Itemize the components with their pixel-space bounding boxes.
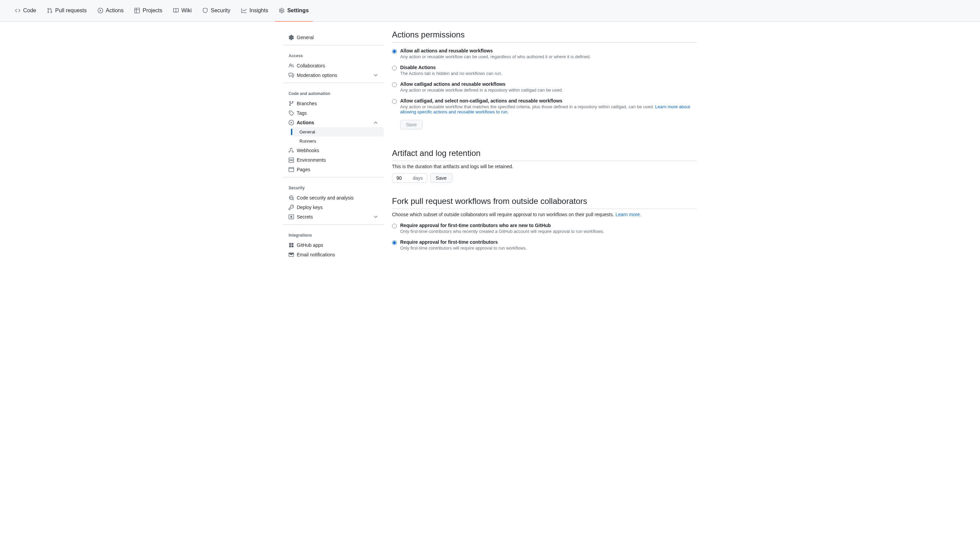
sidebar-item-label: Pages	[297, 167, 310, 172]
sidebar-item-general[interactable]: General	[283, 33, 384, 42]
server-icon	[288, 157, 294, 163]
sidebar-heading-access: Access	[283, 51, 384, 61]
tab-label: Projects	[143, 8, 162, 14]
sidebar-item-label: Branches	[297, 101, 317, 106]
graph-icon	[241, 8, 247, 13]
fork-radio-group: Require approval for first-time contribu…	[392, 223, 697, 250]
retention-desc: This is the duration that artifacts and …	[392, 164, 697, 169]
people-icon	[288, 63, 294, 69]
save-button[interactable]: Save	[400, 120, 423, 129]
section-title-retention: Artifact and log retention	[392, 148, 697, 161]
sidebar-item-label: Collaborators	[297, 63, 325, 69]
mail-icon	[288, 252, 294, 257]
radio-allow-select[interactable]	[392, 99, 397, 104]
sidebar-item-branches[interactable]: Branches	[283, 99, 384, 108]
radio-fork-first-time[interactable]	[392, 240, 397, 245]
sidebar-item-label: Actions	[297, 120, 314, 125]
table-icon	[134, 8, 140, 13]
fork-desc-text: Choose which subset of outside collabora…	[392, 212, 616, 217]
sidebar-item-environments[interactable]: Environments	[283, 155, 384, 165]
radio-desc: Only first-time contributors who recentl…	[400, 229, 605, 234]
retention-save-button[interactable]: Save	[430, 173, 453, 183]
section-title-permissions: Actions permissions	[392, 30, 697, 43]
sidebar-item-github-apps[interactable]: GitHub apps	[283, 240, 384, 250]
sidebar-item-label: General	[299, 129, 315, 134]
codescan-icon	[288, 195, 294, 201]
tab-pulls[interactable]: Pull requests	[43, 0, 91, 22]
apps-icon	[288, 242, 294, 248]
radio-allow-org[interactable]	[392, 82, 397, 87]
sidebar-item-code-security[interactable]: Code security and analysis	[283, 193, 384, 202]
tab-label: Wiki	[181, 8, 192, 14]
radio-desc: Any action or reusable workflow that mat…	[400, 104, 697, 115]
fork-desc: Choose which subset of outside collabora…	[392, 212, 697, 217]
permissions-radio-group: Allow all actions and reusable workflows…	[392, 48, 697, 129]
sidebar-item-webhooks[interactable]: Webhooks	[283, 146, 384, 155]
shield-icon	[202, 8, 208, 13]
repo-nav: Code Pull requests Actions Projects Wiki…	[0, 0, 980, 22]
sidebar-item-collaborators[interactable]: Collaborators	[283, 61, 384, 70]
sidebar-item-pages[interactable]: Pages	[283, 165, 384, 174]
chevron-down-icon	[373, 214, 379, 220]
radio-desc-text: Any action or reusable workflow that mat…	[400, 104, 655, 109]
sidebar-item-label: Moderation options	[297, 73, 337, 78]
radio-allow-all[interactable]	[392, 49, 397, 54]
sidebar-item-actions-runners[interactable]: Runners	[291, 137, 384, 146]
sidebar-heading-integrations: Integrations	[283, 230, 384, 240]
tab-label: Code	[23, 8, 36, 14]
key-icon	[288, 205, 294, 210]
radio-disable-actions[interactable]	[392, 66, 397, 70]
sidebar-item-label: General	[297, 35, 314, 40]
sidebar-heading-security: Security	[283, 183, 384, 193]
radio-label: Require approval for first-time contribu…	[400, 239, 527, 245]
radio-desc: Any action or reusable workflow defined …	[400, 88, 563, 92]
sidebar-item-tags[interactable]: Tags	[283, 108, 384, 118]
sidebar-item-label: Runners	[299, 139, 316, 143]
sidebar-item-label: Environments	[297, 157, 326, 163]
tab-settings[interactable]: Settings	[275, 0, 313, 22]
radio-desc: The Actions tab is hidden and no workflo…	[400, 71, 502, 76]
fork-learn-more-link[interactable]: Learn more.	[616, 212, 641, 217]
book-icon	[173, 8, 179, 13]
sidebar-item-label: Tags	[297, 110, 307, 116]
sidebar-item-label: Secrets	[297, 214, 313, 220]
sidebar-item-label: Webhooks	[297, 148, 319, 153]
tab-label: Settings	[287, 8, 309, 14]
tab-actions[interactable]: Actions	[94, 0, 127, 22]
tab-insights[interactable]: Insights	[237, 0, 272, 22]
play-icon	[288, 120, 294, 125]
tab-security[interactable]: Security	[198, 0, 234, 22]
tab-code[interactable]: Code	[11, 0, 40, 22]
chevron-up-icon	[373, 120, 379, 125]
tag-icon	[288, 110, 294, 116]
radio-desc: Only first-time contributors will requir…	[400, 245, 527, 250]
radio-fork-new-github[interactable]	[392, 224, 397, 228]
sidebar-item-deploy-keys[interactable]: Deploy keys	[283, 202, 384, 212]
tab-label: Actions	[106, 8, 124, 14]
main-content: Actions permissions Allow all actions an…	[392, 30, 697, 260]
chevron-down-icon	[373, 73, 379, 78]
sidebar-item-secrets[interactable]: Secrets	[283, 212, 384, 222]
radio-label: Allow catligad, and select non-catligad,…	[400, 98, 697, 104]
radio-label: Allow catligad actions and reusable work…	[400, 81, 563, 87]
git-branch-icon	[288, 101, 294, 106]
git-pull-request-icon	[47, 8, 52, 13]
sidebar-item-label: Code security and analysis	[297, 195, 353, 201]
sidebar-item-actions[interactable]: Actions	[283, 118, 384, 128]
code-icon	[15, 8, 21, 13]
settings-sidebar: General Access Collaborators Moderation …	[283, 30, 384, 260]
sidebar-item-moderation[interactable]: Moderation options	[283, 70, 384, 80]
tab-label: Security	[211, 8, 231, 14]
tab-projects[interactable]: Projects	[130, 0, 166, 22]
retention-days-input[interactable]	[396, 175, 411, 181]
sidebar-item-actions-general[interactable]: General	[291, 128, 384, 137]
retention-unit: days	[413, 175, 423, 181]
tab-label: Insights	[250, 8, 268, 14]
tab-wiki[interactable]: Wiki	[169, 0, 196, 22]
sidebar-item-label: Email notifications	[297, 252, 335, 257]
sidebar-heading-code-auto: Code and automation	[283, 89, 384, 99]
sidebar-item-email-notifications[interactable]: Email notifications	[283, 250, 384, 260]
tab-label: Pull requests	[55, 8, 87, 14]
retention-input-wrapper: days	[392, 173, 427, 183]
radio-desc: Any action or reusable workflow can be u…	[400, 54, 591, 59]
